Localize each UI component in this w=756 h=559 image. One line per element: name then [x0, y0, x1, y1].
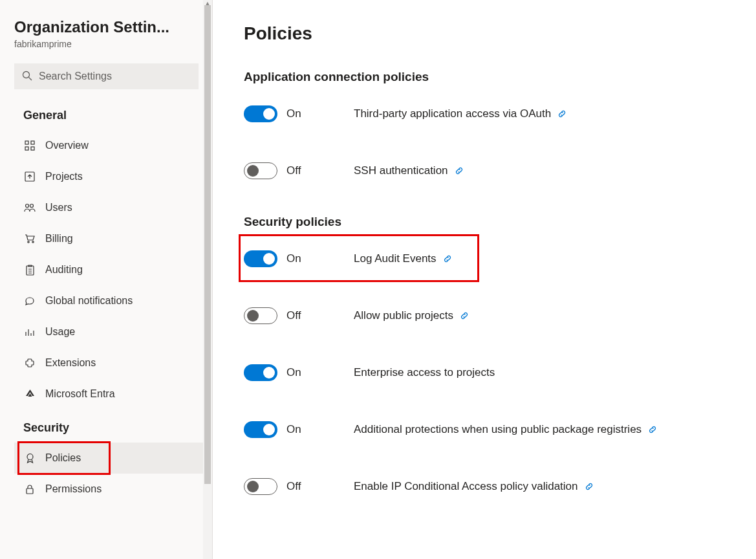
- bar-chart-icon: [23, 325, 36, 338]
- svg-rect-11: [27, 266, 34, 275]
- search-box[interactable]: [14, 63, 199, 89]
- sidebar-item-label: Usage: [45, 326, 75, 338]
- toggle-ip-conditional[interactable]: [244, 478, 277, 495]
- link-icon[interactable]: [648, 425, 657, 434]
- users-icon: [23, 201, 36, 214]
- policy-label: Enable IP Conditional Access policy vali…: [354, 480, 578, 493]
- svg-rect-2: [25, 141, 28, 144]
- policy-row-ip-conditional: Off Enable IP Conditional Access policy …: [244, 474, 737, 499]
- sidebar-item-label: Policies: [45, 452, 81, 464]
- entra-icon: [23, 388, 36, 400]
- scrollbar-track: ▲: [203, 0, 212, 559]
- sidebar-item-label: Overview: [45, 140, 89, 151]
- link-icon[interactable]: [585, 482, 594, 491]
- toggle-state-label: Off: [286, 309, 301, 322]
- sidebar-item-label: Projects: [45, 171, 83, 182]
- toggle-state-label: On: [286, 252, 301, 265]
- svg-line-1: [29, 77, 32, 80]
- policy-label: SSH authentication: [354, 164, 448, 177]
- toggle-state-label: Off: [286, 164, 301, 177]
- sidebar-subtitle: fabrikamprime: [14, 39, 203, 49]
- puzzle-icon: [23, 356, 36, 369]
- section-header-security: Security: [23, 421, 203, 435]
- chat-icon: [23, 294, 36, 307]
- policy-row-ssh: Off SSH authentication: [244, 158, 737, 184]
- section-header-general: General: [23, 109, 203, 122]
- policy-label: Additional protections when using public…: [354, 423, 642, 436]
- page-title: Policies: [244, 23, 737, 44]
- toggle-audit-events[interactable]: [244, 250, 277, 267]
- sidebar-item-users[interactable]: Users: [14, 192, 203, 223]
- sidebar-item-label: Global notifications: [45, 295, 133, 307]
- toggle-state-label: On: [286, 107, 301, 120]
- svg-rect-5: [31, 147, 34, 150]
- toggle-state-label: On: [286, 423, 301, 436]
- policy-label: Log Audit Events: [354, 252, 437, 265]
- toggle-state-label: On: [286, 366, 301, 379]
- toggle-oauth[interactable]: [244, 105, 277, 122]
- policy-row-audit: On Log Audit Events: [244, 246, 737, 272]
- svg-point-10: [32, 241, 33, 243]
- svg-point-12: [27, 454, 33, 459]
- sidebar-item-label: Extensions: [45, 357, 96, 369]
- sidebar-item-billing[interactable]: Billing: [14, 223, 203, 254]
- svg-rect-3: [31, 141, 34, 144]
- sidebar: ▲ Organization Settin... fabrikamprime G…: [0, 0, 213, 559]
- sidebar-item-label: Microsoft Entra: [45, 388, 115, 400]
- sidebar-item-usage[interactable]: Usage: [14, 316, 203, 347]
- medal-icon: [23, 452, 36, 465]
- sidebar-item-auditing[interactable]: Auditing: [14, 254, 203, 285]
- policy-section-title: Security policies: [244, 215, 737, 229]
- svg-point-0: [23, 71, 30, 78]
- sidebar-item-label: Permissions: [45, 483, 102, 495]
- policy-row-public-projects: Off Allow public projects: [244, 303, 737, 329]
- policy-label: Third-party application access via OAuth: [354, 107, 551, 120]
- svg-point-9: [27, 241, 28, 243]
- toggle-enterprise-access[interactable]: [244, 364, 277, 381]
- sidebar-item-policies[interactable]: Policies: [14, 443, 203, 474]
- clipboard-icon: [23, 263, 36, 276]
- cart-icon: [23, 232, 36, 245]
- lock-icon: [23, 483, 36, 496]
- grid-icon: [23, 139, 36, 152]
- main-content: Policies Application connection policies…: [213, 0, 756, 559]
- link-icon[interactable]: [455, 166, 464, 175]
- search-input[interactable]: [39, 71, 191, 82]
- svg-point-7: [26, 204, 29, 208]
- policy-row-enterprise-access: On Enterprise access to projects: [244, 360, 737, 386]
- sidebar-item-label: Users: [45, 202, 72, 214]
- toggle-state-label: Off: [286, 480, 301, 493]
- toggle-ssh[interactable]: [244, 162, 277, 179]
- sidebar-item-global-notifications[interactable]: Global notifications: [14, 285, 203, 316]
- sidebar-item-extensions[interactable]: Extensions: [14, 347, 203, 378]
- sidebar-item-label: Auditing: [45, 264, 83, 276]
- link-icon[interactable]: [460, 311, 469, 320]
- sidebar-title: Organization Settin...: [14, 18, 203, 36]
- sidebar-item-label: Billing: [45, 233, 73, 245]
- policy-row-package-registries: On Additional protections when using pub…: [244, 417, 737, 443]
- policy-label: Enterprise access to projects: [354, 366, 495, 379]
- link-icon[interactable]: [557, 109, 567, 118]
- sidebar-item-microsoft-entra[interactable]: Microsoft Entra: [14, 378, 203, 410]
- sidebar-item-projects[interactable]: Projects: [14, 161, 203, 192]
- svg-rect-13: [27, 488, 33, 494]
- policy-section-title: Application connection policies: [244, 70, 737, 84]
- toggle-public-projects[interactable]: [244, 307, 277, 324]
- scrollbar-thumb[interactable]: [204, 5, 211, 484]
- sidebar-item-permissions[interactable]: Permissions: [14, 474, 203, 505]
- policy-label: Allow public projects: [354, 309, 453, 322]
- policy-row-oauth: On Third-party application access via OA…: [244, 101, 737, 127]
- toggle-package-registries[interactable]: [244, 421, 277, 438]
- search-icon: [22, 71, 32, 83]
- svg-point-8: [30, 204, 34, 208]
- link-icon[interactable]: [443, 254, 452, 263]
- upload-icon: [23, 170, 36, 183]
- sidebar-item-overview[interactable]: Overview: [14, 130, 203, 161]
- svg-rect-4: [25, 147, 28, 150]
